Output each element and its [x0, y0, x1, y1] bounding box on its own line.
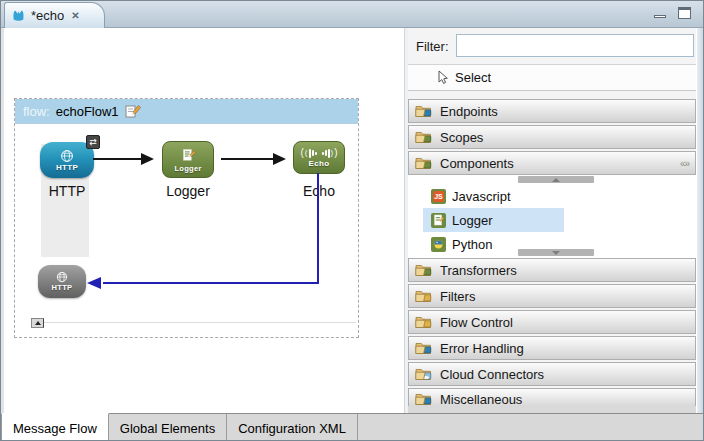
echo-node[interactable]: (( )) Echo [293, 141, 345, 174]
javascript-icon: JS [431, 189, 446, 204]
palette-item-label: Python [452, 237, 492, 252]
http-response-node[interactable]: HTTP [38, 265, 86, 298]
folder-icon [415, 392, 432, 406]
palette-category-error-handling[interactable]: Error Handling [408, 336, 696, 360]
tab-label: Configuration XML [238, 421, 346, 436]
category-label: Miscellaneous [440, 392, 522, 407]
category-label: Scopes [440, 130, 483, 145]
palette-panel: Filter: Select Endpoints Scopes [408, 28, 696, 413]
tab-configuration-xml[interactable]: Configuration XML [227, 414, 358, 441]
palette-category-scopes[interactable]: Scopes [408, 125, 696, 149]
palette-category-endpoints[interactable]: Endpoints [408, 99, 696, 123]
palette-item-javascript[interactable]: JS Javascript [423, 184, 564, 208]
palette-bottom-filler [408, 406, 696, 413]
folder-icon [415, 104, 432, 118]
editor-tab-title: *echo [31, 8, 64, 23]
echo-node-label: Echo [284, 183, 354, 199]
echo-sound-icon: (( )) [300, 147, 337, 159]
palette-category-transformers[interactable]: Transformers [408, 258, 696, 282]
editor-tab-bar: *echo ✕ [1, 1, 704, 28]
edit-flow-name-icon[interactable] [125, 104, 141, 118]
palette-select-tool[interactable]: Select [408, 64, 696, 91]
flow-connector-arrowhead [273, 153, 286, 165]
category-label: Cloud Connectors [440, 367, 544, 382]
palette-category-components[interactable]: Components «» [408, 151, 696, 175]
collapse-response-flow-button[interactable] [31, 318, 44, 328]
response-connector-arrowhead [87, 277, 101, 289]
flow-canvas[interactable]: flow: echoFlow1 ⇄ [1, 28, 404, 413]
category-label: Error Handling [440, 341, 524, 356]
flow-connector[interactable] [93, 158, 141, 160]
palette-category-filters[interactable]: Filters [408, 284, 696, 308]
tab-label: Message Flow [13, 421, 97, 436]
logger-node-text: Logger [174, 165, 201, 173]
logger-icon [431, 213, 446, 228]
python-icon [431, 237, 446, 252]
logger-node[interactable]: Logger [162, 141, 214, 178]
folder-icon [415, 263, 432, 277]
flow-connector[interactable] [221, 158, 273, 160]
flow-name: echoFlow1 [56, 104, 119, 119]
cursor-arrow-icon [436, 70, 449, 85]
pin-palette-icon[interactable]: «» [680, 158, 689, 169]
scroll-up-icon[interactable] [518, 176, 594, 183]
right-scrollbar-trim[interactable] [696, 28, 704, 413]
palette-item-label: Logger [452, 213, 492, 228]
palette-category-flow-control[interactable]: Flow Control [408, 310, 696, 334]
mule-studio-window: *echo ✕ flow: echoFlow1 [0, 0, 704, 441]
folder-icon [415, 367, 432, 381]
folder-icon [415, 341, 432, 355]
exchange-pattern-badge-icon[interactable]: ⇄ [86, 135, 100, 149]
response-flow-divider [44, 322, 356, 323]
mule-logo-icon [11, 8, 26, 23]
filter-label: Filter: [416, 39, 449, 54]
http-endpoint-node[interactable]: ⇄ HTTP [40, 142, 94, 178]
editor-view-tab-bar: Message Flow Global Elements Configurati… [1, 413, 704, 441]
globe-icon [60, 149, 74, 163]
components-drawer: JS Javascript Logger [408, 175, 696, 258]
minimize-icon[interactable] [654, 15, 666, 18]
category-label: Flow Control [440, 315, 513, 330]
palette-filter-input[interactable] [456, 34, 694, 57]
folder-icon [415, 130, 432, 144]
tab-message-flow[interactable]: Message Flow [1, 413, 109, 441]
flow-prefix-label: flow: [23, 104, 50, 119]
tab-label: Global Elements [120, 421, 215, 436]
maximize-icon[interactable] [678, 7, 691, 19]
category-label: Transformers [440, 263, 517, 278]
logger-doc-icon [180, 147, 197, 164]
logger-node-label: Logger [153, 183, 223, 199]
globe-icon [56, 271, 68, 283]
http-node-label: HTTP [32, 183, 102, 199]
palette-item-label: Javascript [452, 189, 511, 204]
category-label: Components [440, 156, 514, 171]
folder-icon [415, 315, 432, 329]
flow-container[interactable]: flow: echoFlow1 ⇄ [14, 98, 359, 338]
response-connector-horizontal[interactable] [103, 282, 319, 284]
folder-icon [415, 156, 432, 170]
category-label: Endpoints [440, 104, 498, 119]
category-label: Filters [440, 289, 475, 304]
editor-window-controls [654, 7, 691, 19]
flow-connector-arrowhead [141, 153, 154, 165]
echo-node-text: Echo [309, 160, 330, 168]
flow-header[interactable]: flow: echoFlow1 [15, 99, 358, 124]
response-connector-vertical[interactable] [317, 173, 319, 283]
select-tool-label: Select [455, 70, 491, 85]
palette-item-logger[interactable]: Logger [423, 208, 564, 232]
palette-category-cloud-connectors[interactable]: Cloud Connectors [408, 362, 696, 386]
scroll-down-icon[interactable] [518, 249, 594, 256]
editor-tab-echo[interactable]: *echo ✕ [4, 2, 105, 28]
folder-icon [415, 289, 432, 303]
http-node-text: HTTP [56, 164, 78, 172]
http-response-node-text: HTTP [52, 284, 73, 292]
close-icon[interactable]: ✕ [71, 10, 79, 21]
tab-global-elements[interactable]: Global Elements [109, 414, 227, 441]
